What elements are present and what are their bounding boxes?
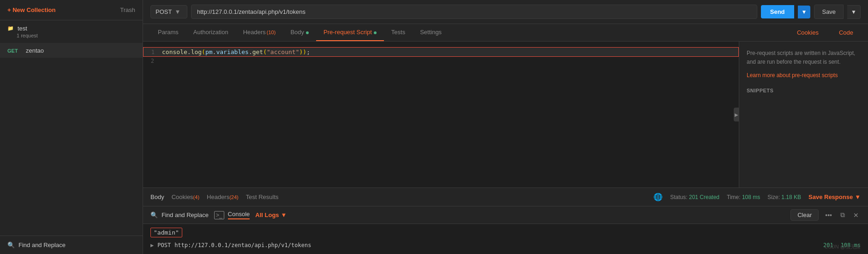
save-response-button[interactable]: Save Response ▼: [808, 194, 861, 200]
tab-pre-request-script[interactable]: Pre-request Script: [316, 24, 384, 41]
tabs-right: Cookies Code: [790, 24, 861, 41]
line-number-2: 2: [143, 58, 162, 64]
collection-item: 📁 test 1 request: [0, 20, 143, 43]
save-button[interactable]: Save: [814, 5, 844, 19]
main-panel: POST ▼ Send ▼ Save ▼ Params Authorizatio…: [143, 0, 868, 254]
code-line-1: 1 console.log(pm.variables.get("account"…: [143, 47, 739, 57]
time-value: 108 ms: [742, 194, 760, 200]
sidebar-bottom: 🔍 Find and Replace: [0, 236, 143, 254]
tab-tests[interactable]: Tests: [384, 24, 413, 41]
console-label: Console: [228, 211, 250, 219]
status-value: 201 Created: [689, 194, 719, 200]
status-label: Status: 201 Created: [670, 194, 719, 200]
search-icon-console: 🔍: [150, 212, 158, 218]
response-tab-headers[interactable]: Headers(24): [207, 192, 239, 202]
tab-code[interactable]: Code: [832, 24, 861, 41]
time-label: Time: 108 ms: [727, 194, 760, 200]
tab-params[interactable]: Params: [150, 24, 186, 41]
collection-name: 📁 test: [7, 25, 135, 32]
logs-dropdown-icon: ▼: [281, 212, 287, 218]
snippets-section-title: SNIPPETS: [747, 88, 861, 93]
panel-toggle-button[interactable]: ▶: [734, 108, 739, 121]
console-request-line: ▶ POST http://127.0.0.1/zentao/api.php/v…: [150, 240, 861, 250]
editor-area: 1 console.log(pm.variables.get("account"…: [143, 42, 868, 187]
more-options-button[interactable]: •••: [823, 211, 834, 220]
code-editor[interactable]: 1 console.log(pm.variables.get("account"…: [143, 42, 739, 187]
console-value-line: "admin": [150, 228, 861, 240]
sidebar-header: + New Collection Trash: [0, 0, 143, 20]
request-name: zentao: [26, 47, 44, 54]
clear-button[interactable]: Clear: [790, 209, 819, 221]
find-replace-btn[interactable]: 🔍 Find and Replace: [150, 212, 209, 218]
console-right: Clear ••• ⧉ ✕: [790, 209, 861, 221]
tab-settings[interactable]: Settings: [413, 24, 449, 41]
collection-subtitle: 1 request: [7, 33, 135, 38]
save-response-dropdown-icon: ▼: [855, 194, 861, 200]
method-label: GET: [7, 48, 22, 54]
request-item[interactable]: GET zentao: [0, 43, 143, 58]
console-tab-btn[interactable]: >_ Console: [214, 211, 250, 219]
line-number-1: 1: [144, 49, 162, 55]
watermark: CSDN @虫无涯: [825, 243, 861, 250]
size-label: Size: 1.18 KB: [767, 194, 801, 200]
response-tab-body[interactable]: Body: [150, 192, 164, 202]
send-button[interactable]: Send: [761, 5, 794, 18]
find-replace-area[interactable]: 🔍 Find and Replace: [7, 242, 66, 248]
globe-icon[interactable]: 🌐: [653, 193, 663, 201]
collection-title: test: [18, 25, 27, 32]
sidebar: + New Collection Trash 📁 test 1 request …: [0, 0, 143, 254]
response-tab-cookies[interactable]: Cookies(4): [172, 192, 199, 202]
method-value: POST: [156, 8, 172, 15]
new-collection-button[interactable]: + New Collection: [7, 6, 55, 13]
method-select[interactable]: POST ▼: [150, 5, 187, 18]
request-bar: POST ▼ Send ▼ Save ▼: [143, 0, 868, 24]
find-replace-text: Find and Replace: [162, 212, 209, 218]
request-expand-icon[interactable]: ▶: [150, 242, 154, 248]
response-tab-test-results[interactable]: Test Results: [246, 192, 279, 202]
body-dot: [306, 31, 309, 34]
find-replace-label: Find and Replace: [18, 242, 66, 248]
panel-learn-more-link[interactable]: Learn more about pre-request scripts: [747, 72, 861, 79]
response-bar: Body Cookies(4) Headers(24) Test Results…: [143, 187, 868, 206]
save-dropdown-button[interactable]: ▼: [847, 5, 861, 19]
tab-body[interactable]: Body: [283, 24, 316, 41]
external-link-button[interactable]: ⧉: [838, 210, 847, 220]
console-method: POST: [157, 242, 171, 248]
console-output: "admin" ▶ POST http://127.0.0.1/zentao/a…: [143, 224, 868, 254]
all-logs-button[interactable]: All Logs ▼: [255, 212, 287, 218]
tab-authorization[interactable]: Authorization: [186, 24, 236, 41]
close-console-button[interactable]: ✕: [851, 211, 861, 220]
pre-request-dot: [374, 31, 377, 34]
console-value: "admin": [150, 228, 182, 237]
request-tabs: Params Authorization Headers(10) Body Pr…: [143, 24, 868, 42]
send-dropdown-button[interactable]: ▼: [798, 6, 811, 18]
url-input[interactable]: [191, 5, 757, 19]
trash-button[interactable]: Trash: [120, 6, 135, 13]
code-line-2: 2: [143, 57, 739, 65]
method-dropdown-icon: ▼: [174, 8, 180, 15]
collection-folder-icon: 📁: [7, 25, 14, 31]
right-panel: ▶ Pre-request scripts are written in Jav…: [739, 42, 868, 187]
console-icon: >_: [214, 211, 224, 219]
tab-headers[interactable]: Headers(10): [236, 24, 283, 41]
code-content-1: console.log(pm.variables.get("account"))…: [162, 48, 310, 55]
panel-description: Pre-request scripts are written in JavaS…: [747, 49, 861, 67]
size-value: 1.18 KB: [781, 194, 801, 200]
search-icon: 🔍: [7, 242, 15, 248]
console-toolbar: 🔍 Find and Replace >_ Console All Logs ▼…: [143, 206, 868, 224]
tab-cookies[interactable]: Cookies: [790, 24, 826, 41]
response-stats: 🌐 Status: 201 Created Time: 108 ms Size:…: [653, 193, 861, 201]
console-url: http://127.0.0.1/zentao/api.php/v1/token…: [174, 242, 311, 248]
